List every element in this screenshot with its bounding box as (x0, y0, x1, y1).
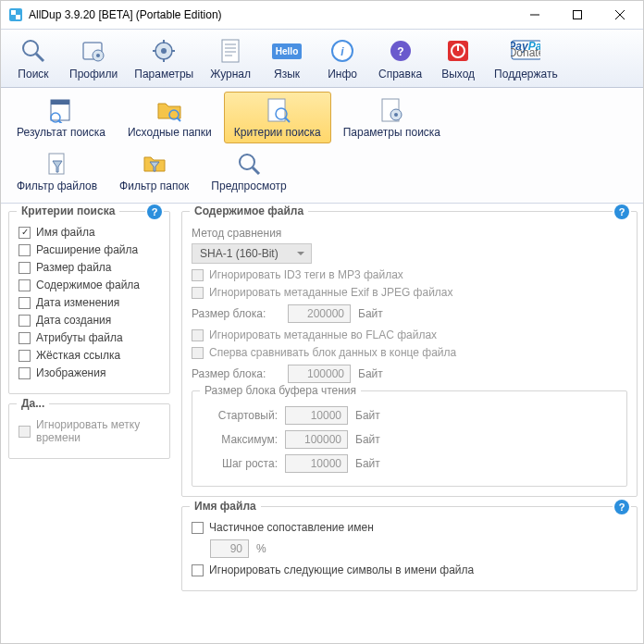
svg-rect-1 (11, 10, 16, 15)
content-checkbox[interactable]: Содержимое файла (19, 279, 160, 291)
content-title: Содержимое файла (190, 204, 308, 217)
source-folders-tab[interactable]: Исходные папки (118, 92, 222, 143)
svg-rect-18 (222, 40, 239, 62)
max-input: 100000 (285, 430, 348, 449)
search-button[interactable]: Поиск (6, 32, 60, 84)
percent-input: 90 (210, 539, 249, 558)
window-title: AllDup 3.9.20 [BETA] (Portable Edition) (29, 8, 514, 21)
titlebar: AllDup 3.9.20 [BETA] (Portable Edition) (1, 1, 643, 29)
block2-input: 100000 (288, 365, 351, 383)
svg-point-46 (240, 155, 254, 169)
exit-icon (443, 36, 473, 66)
date-title: Да... (17, 397, 49, 410)
content-group: Содержимое файла ? Метод сравнения SHA-1… (181, 211, 638, 497)
step-input: 10000 (285, 454, 348, 473)
content-area: Критерии поиска ? ✓Имя файла Расширение … (1, 204, 643, 643)
help-button[interactable]: ? Справка (371, 32, 429, 84)
svg-rect-4 (574, 11, 582, 19)
info-icon: i (328, 36, 357, 66)
filename-group: Имя файла ? Частичное сопоставление имен… (181, 506, 638, 591)
criteria-tab[interactable]: Критерии поиска (224, 92, 331, 143)
max-label: Максимум: (204, 433, 278, 446)
compare-end-checkbox: Сперва сравнивать блок данных в конце фа… (192, 346, 627, 359)
filesize-checkbox[interactable]: Размер файла (19, 261, 160, 274)
content-help[interactable]: ? (613, 204, 631, 219)
svg-point-13 (161, 48, 167, 54)
exit-button[interactable]: Выход (431, 32, 485, 84)
help-icon: ? (386, 36, 415, 66)
start-label: Стартовый: (204, 409, 278, 422)
params-icon (377, 96, 406, 124)
images-checkbox[interactable]: Изображения (19, 366, 160, 379)
app-window: AllDup 3.9.20 [BETA] (Portable Edition) … (0, 0, 644, 644)
ribbon: Результат поиска Исходные папки Критерии… (1, 88, 643, 204)
settings-button[interactable]: Параметры (127, 32, 201, 84)
file-filter-icon (43, 150, 72, 178)
criteria-title: Критерии поиска (17, 204, 119, 217)
method-select: SHA-1 (160-Bit) (192, 243, 312, 264)
criteria-icon (263, 96, 292, 124)
svg-point-44 (394, 113, 398, 117)
gear-icon (149, 36, 179, 66)
info-button[interactable]: i Инфо (316, 32, 369, 84)
svg-rect-34 (51, 100, 69, 105)
params-tab[interactable]: Параметры поиска (333, 92, 451, 143)
method-label: Метод сравнения (192, 227, 627, 240)
start-input: 10000 (285, 406, 348, 425)
block1-label: Размер блока: (192, 307, 280, 320)
block1-input: 200000 (288, 304, 351, 323)
svg-line-8 (36, 54, 43, 61)
file-filter-tab[interactable]: Фильтр файлов (6, 145, 107, 197)
ignore-flac-checkbox: Игнорировать метаданные во FLAC файлах (192, 328, 627, 341)
svg-rect-2 (16, 15, 20, 19)
ignore-chars-checkbox[interactable]: Игнорировать следующие символы в имени ф… (192, 564, 627, 576)
preview-icon (234, 150, 264, 178)
minimize-button[interactable] (514, 1, 556, 29)
buffer-title: Размер блока буфера чтения (200, 384, 361, 397)
svg-text:Donate: Donate (511, 46, 540, 59)
svg-line-41 (285, 118, 290, 122)
close-button[interactable] (599, 1, 641, 29)
results-icon (46, 96, 76, 124)
scroll-area[interactable]: Критерии поиска ? ✓Имя файла Расширение … (1, 204, 643, 643)
app-icon (8, 7, 23, 22)
criteria-group: Критерии поиска ? ✓Имя файла Расширение … (8, 211, 170, 394)
attrs-checkbox[interactable]: Атрибуты файла (19, 331, 160, 344)
extension-checkbox[interactable]: Расширение файла (19, 243, 160, 256)
folder-icon (155, 96, 184, 124)
filename-help[interactable]: ? (613, 500, 631, 514)
criteria-help[interactable]: ? (145, 204, 164, 219)
filename-checkbox[interactable]: ✓Имя файла (19, 226, 160, 239)
language-button[interactable]: Hello Язык (260, 32, 314, 84)
search-icon (19, 36, 48, 66)
main-toolbar: Поиск Профили Параметры Журнал Hello Язы… (1, 29, 643, 88)
log-icon (216, 36, 245, 66)
preview-tab[interactable]: Предпросмотр (201, 145, 296, 197)
folder-filter-icon (140, 150, 169, 178)
maximize-button[interactable] (556, 1, 599, 29)
profiles-button[interactable]: Профили (62, 32, 125, 84)
ignore-id3-checkbox: Игнорировать ID3 теги в MP3 файлах (192, 268, 627, 281)
log-button[interactable]: Журнал (203, 32, 258, 84)
hardlink-checkbox[interactable]: Жёсткая ссылка (19, 349, 160, 362)
moddate-checkbox[interactable]: Дата изменения (19, 296, 160, 309)
svg-text:?: ? (397, 45, 403, 58)
step-label: Шаг роста: (204, 457, 278, 470)
block2-label: Размер блока: (192, 367, 280, 380)
ignore-exif-checkbox: Игнорировать метаданные Exif в JPEG файл… (192, 286, 627, 299)
donate-button[interactable]: PayPalDonate Поддержать (487, 32, 565, 84)
createdate-checkbox[interactable]: Дата создания (19, 314, 160, 327)
buffer-group: Размер блока буфера чтения Стартовый: 10… (192, 390, 627, 487)
filename-title: Имя файла (190, 500, 261, 513)
folder-filter-tab[interactable]: Фильтр папок (109, 145, 199, 197)
svg-line-47 (253, 167, 259, 174)
svg-point-7 (23, 41, 38, 56)
language-icon: Hello (272, 36, 302, 66)
paypal-icon: PayPalDonate (511, 36, 540, 66)
svg-point-11 (96, 54, 100, 57)
profile-gear-icon (79, 36, 108, 66)
ignore-timestamp-checkbox: Игнорировать метку времени (19, 418, 160, 444)
partial-checkbox[interactable]: Частичное сопоставление имен (192, 521, 627, 534)
date-group: Да... Игнорировать метку времени (8, 403, 170, 459)
results-tab[interactable]: Результат поиска (6, 92, 116, 143)
